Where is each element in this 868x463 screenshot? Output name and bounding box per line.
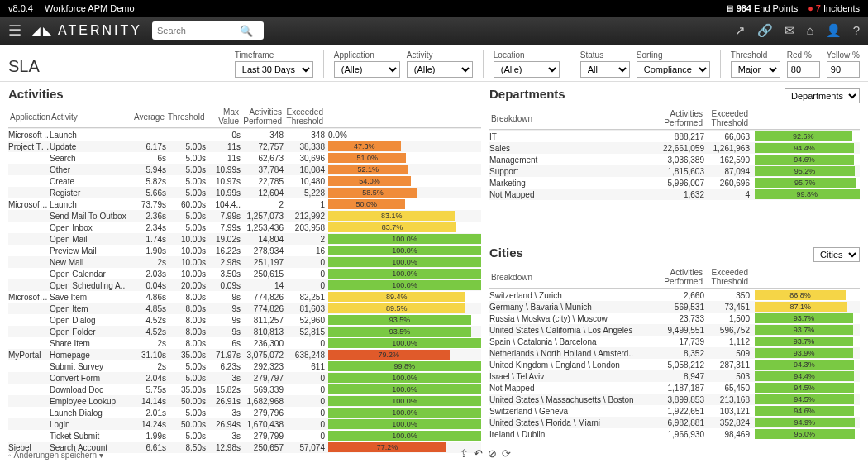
table-row[interactable]: Switzerland \ Geneva1,922,651103,12194.6… <box>489 405 860 417</box>
cities-grid[interactable]: Switzerland \ Zurich2,66035086.8%Germany… <box>489 289 860 463</box>
mail-icon[interactable]: ✉ <box>785 23 795 38</box>
search-input[interactable] <box>157 26 240 36</box>
table-row[interactable]: Share Item2s8.00s6s236,3000100.0% <box>8 337 481 349</box>
table-row[interactable]: Open Inbox2.34s5.00s7.99s1,253,436203,95… <box>8 222 481 233</box>
table-row[interactable]: Submit Survey2s5.00s6.23s292,32361199.8% <box>8 360 481 372</box>
table-row[interactable]: Preview Mail1.90s10.00s16.22s278,9341610… <box>8 245 481 256</box>
table-row[interactable]: Ireland \ Dublin1,966,93098,46995.0% <box>489 428 860 440</box>
departments-grid[interactable]: IT888,21766,06392.6%Sales22,661,0591,261… <box>489 130 860 236</box>
home-icon[interactable]: ⌂ <box>807 23 814 38</box>
table-row[interactable]: Login14.24s50.00s26.94s1,670,4380100.0% <box>8 418 481 430</box>
share-icon[interactable]: ↗ <box>735 23 746 38</box>
cell-threshold: 5.00s <box>166 362 206 371</box>
endpoints-indicator[interactable]: 🖥 984 End Points <box>725 3 799 13</box>
departments-select[interactable]: Departments <box>785 88 860 103</box>
table-row[interactable]: Project TrackerUpdate6.17s5.00s11s72,757… <box>8 141 481 152</box>
table-row[interactable]: Israel \ Tel Aviv8,94750394.4% <box>489 370 860 382</box>
refresh-icon[interactable]: ⟳ <box>502 447 511 460</box>
threshold-select[interactable]: Major <box>731 61 780 78</box>
activities-grid[interactable]: Microsoft ..Launch--0s3483480.0%Project … <box>8 128 481 463</box>
table-row[interactable]: Management3,036,389162,59094.6% <box>489 154 860 165</box>
application-select[interactable]: (Alle) <box>334 61 400 78</box>
table-row[interactable]: Open Mail1.74s10.00s19.02s14,8042100.0% <box>8 233 481 245</box>
table-row[interactable]: Support1,815,60387,09495.2% <box>489 165 860 177</box>
table-row[interactable]: Open Dialog4.52s8.00s9s811,25752,96093.5… <box>8 314 481 326</box>
table-row[interactable]: Other5.94s5.00s10.99s37,78418,08452.1% <box>8 164 481 175</box>
col-breakdown[interactable]: Breakdown <box>489 273 655 282</box>
table-row[interactable]: Marketing5,996,007260,69695.7% <box>489 177 860 189</box>
table-row[interactable]: Open Scheduling A..0.04s20.00s0.09s14010… <box>8 279 481 291</box>
location-select[interactable]: (Alle) <box>494 61 560 78</box>
compliance-bar: 100.0% <box>328 419 481 429</box>
table-row[interactable]: Open Folder4.52s8.00s9s810,81352,81593.5… <box>8 326 481 337</box>
table-row[interactable]: Microsoft SharePointSave Item4.86s8.00s9… <box>8 291 481 303</box>
col-application[interactable]: Application <box>8 112 50 122</box>
brand-logo[interactable]: ◢◣ ATERNITY <box>31 23 142 38</box>
table-row[interactable]: Not Mapped1,632499.8% <box>489 189 860 200</box>
table-row[interactable]: MyPortalHomepage31.10s35.00s71.97s3,075,… <box>8 349 481 360</box>
footer-save[interactable]: ◦ Änderungen speichern ▾ <box>8 451 103 460</box>
cell-max: 6.23s <box>206 362 241 371</box>
table-row[interactable]: Launch Dialog2.01s5.00s3s279,7960100.0% <box>8 407 481 418</box>
table-row[interactable]: Employee Lookup14.14s50.00s26.91s1,682,9… <box>8 395 481 407</box>
reset-icon[interactable]: ⊘ <box>488 447 497 460</box>
table-row[interactable]: United States \ California \ Los Angeles… <box>489 324 860 336</box>
col-performed[interactable]: Activities Performed <box>655 109 704 127</box>
table-row[interactable]: Download Doc5.75s35.00s15.82s569,3390100… <box>8 384 481 395</box>
table-row[interactable]: United Kingdom \ England \ London5,058,2… <box>489 359 860 370</box>
search-box[interactable]: 🔍 <box>152 21 264 40</box>
search-icon[interactable]: 🔍 <box>240 25 253 37</box>
col-performed[interactable]: Activities Performed <box>241 107 284 126</box>
incidents-indicator[interactable]: ● 7 Incidents <box>808 3 860 13</box>
sorting-select[interactable]: Compliance <box>637 61 710 78</box>
cities-select[interactable]: Cities <box>813 247 860 262</box>
col-activity[interactable]: Activity <box>50 112 129 122</box>
yellow-input[interactable] <box>827 61 860 78</box>
cell-performed: 1,815,603 <box>655 167 704 176</box>
cell-exceeded: 73,451 <box>704 303 750 312</box>
table-row[interactable]: Convert Form2.04s5.00s3s279,7970100.0% <box>8 372 481 384</box>
undo-icon[interactable]: ↶ <box>474 447 483 460</box>
table-row[interactable]: United States \ Florida \ Miami6,982,881… <box>489 417 860 428</box>
table-row[interactable]: Netherlands \ North Holland \ Amsterd..8… <box>489 347 860 359</box>
table-row[interactable]: Not Mapped1,187,18765,45094.5% <box>489 382 860 394</box>
user-icon[interactable]: 👤 <box>826 23 842 38</box>
cell-performed: 1,966,930 <box>655 430 704 439</box>
activity-select[interactable]: (Alle) <box>407 61 473 78</box>
col-breakdown[interactable]: Breakdown <box>489 114 655 123</box>
table-row[interactable]: Send Mail To Outbox2.36s5.00s7.99s1,257,… <box>8 210 481 222</box>
export-icon[interactable]: ⇪ <box>460 447 469 460</box>
table-row[interactable]: Russia \ Moskva (city) \ Moscow23,7331,5… <box>489 313 860 324</box>
cell-average: 4.52s <box>129 316 166 325</box>
table-row[interactable]: IT888,21766,06392.6% <box>489 131 860 142</box>
table-row[interactable]: Open Calendar2.03s10.00s3.50s250,6150100… <box>8 268 481 279</box>
menu-icon[interactable]: ☰ <box>8 21 21 40</box>
table-row[interactable]: Create5.82s5.00s10.97s22,78510,48054.0% <box>8 175 481 187</box>
table-row[interactable]: Microsoft OutlookLaunch73.79s60.00s104.4… <box>8 198 481 210</box>
table-row[interactable]: Sales22,661,0591,261,96394.4% <box>489 142 860 154</box>
table-row[interactable]: New Mail2s10.00s2.98s251,1970100.0% <box>8 256 481 268</box>
col-exceeded[interactable]: Exceeded Threshold <box>284 107 325 126</box>
table-row[interactable]: Open Item4.85s8.00s9s774,82681,60389.5% <box>8 303 481 314</box>
main-navbar: ☰ ◢◣ ATERNITY 🔍 ↗ 🔗 ✉ ⌂ 👤 ? <box>0 17 868 45</box>
table-row[interactable]: Register5.66s5.00s10.99s12,6045,22858.5% <box>8 187 481 198</box>
table-row[interactable]: Germany \ Bavaria \ Munich569,53173,4518… <box>489 301 860 313</box>
col-threshold[interactable]: Threshold <box>166 112 206 122</box>
status-select[interactable]: All <box>580 61 630 78</box>
table-row[interactable]: Search6s5.00s11s62,67330,69651.0% <box>8 152 481 164</box>
table-row[interactable]: United States \ Massachusetts \ Boston3,… <box>489 394 860 405</box>
table-row[interactable]: Spain \ Catalonia \ Barcelona17,7391,112… <box>489 336 860 347</box>
table-row[interactable]: Ticket Submit1.99s5.00s3s279,7990100.0% <box>8 430 481 442</box>
table-row[interactable]: Switzerland \ Zurich2,66035086.8% <box>489 289 860 301</box>
col-max[interactable]: Max Value <box>206 107 241 126</box>
help-icon[interactable]: ? <box>853 23 860 38</box>
timeframe-select[interactable]: Last 30 Days <box>235 61 313 78</box>
col-exceeded[interactable]: Exceeded Threshold <box>704 268 750 286</box>
table-row[interactable]: Microsoft ..Launch--0s3483480.0% <box>8 129 481 141</box>
red-input[interactable] <box>787 61 820 78</box>
col-average[interactable]: Average <box>129 112 166 122</box>
link-icon[interactable]: 🔗 <box>757 23 773 38</box>
col-exceeded[interactable]: Exceeded Threshold <box>704 109 750 127</box>
col-performed[interactable]: Activities Performed <box>655 268 704 286</box>
cell-performed: 3,036,389 <box>655 155 704 165</box>
